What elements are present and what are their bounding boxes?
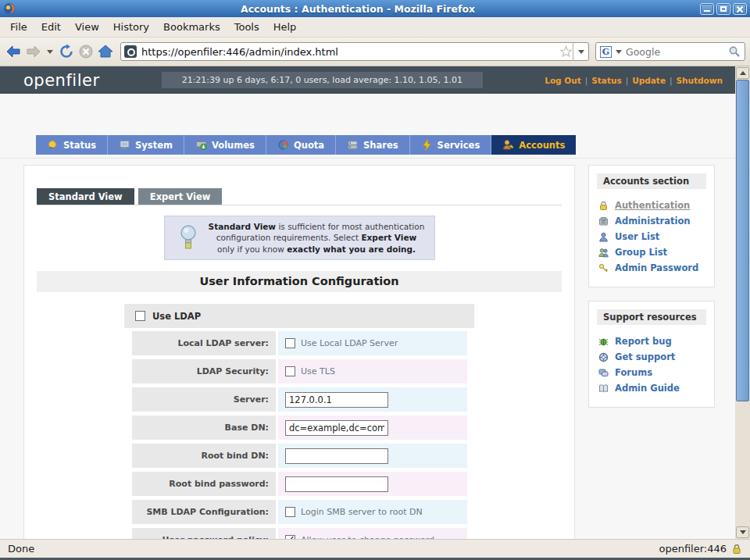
reload-button[interactable]: [58, 41, 75, 62]
home-button[interactable]: [97, 41, 114, 62]
sidebar: Accounts section Authentication: [588, 165, 715, 421]
sidebar-item-group-list[interactable]: Group List: [597, 244, 706, 260]
window-title: Accounts : Authentication - Mozilla Fire…: [16, 3, 700, 15]
menu-file[interactable]: File: [3, 19, 34, 35]
tab-quota[interactable]: Quota: [266, 135, 335, 155]
sidebar-item-administration[interactable]: Administration: [597, 213, 706, 229]
smb-login-checkbox[interactable]: [285, 507, 295, 517]
admin-guide-label: Admin Guide: [615, 383, 680, 394]
sidebar-item-admin-password[interactable]: Admin Password: [597, 260, 706, 276]
stop-button[interactable]: [78, 41, 94, 62]
sidebar-item-report-bug[interactable]: Report bug: [597, 334, 706, 349]
tab-volumes-label: Volumes: [212, 140, 255, 151]
tab-shares-label: Shares: [363, 140, 398, 151]
status-bar: Done openfiler:446: [0, 539, 750, 558]
site-header: openfiler 21:21:39 up 6 days, 6:17, 0 us…: [0, 66, 735, 94]
info-text: Standard View is sufficient for most aut…: [209, 221, 425, 255]
form-row-ldap-security: LDAP Security: Use TLS: [132, 359, 467, 383]
lightbulb-icon: [179, 223, 198, 253]
root-bind-dn-label: Root bind DN:: [132, 444, 276, 468]
tab-system[interactable]: System: [107, 135, 184, 155]
tab-status-label: Status: [63, 140, 96, 151]
use-local-ldap-checkbox[interactable]: [285, 338, 295, 348]
scrollbar-thumb[interactable]: [736, 80, 749, 401]
menu-tools[interactable]: Tools: [227, 19, 266, 35]
scroll-up-button[interactable]: [736, 67, 749, 79]
use-ldap-checkbox[interactable]: [135, 311, 145, 321]
use-ldap-row: Use LDAP: [124, 304, 474, 328]
maximize-button[interactable]: [716, 3, 730, 15]
close-button[interactable]: [733, 3, 747, 15]
lock-icon: [598, 201, 609, 211]
url-dropdown-button[interactable]: [573, 42, 588, 61]
site-favicon: [124, 45, 137, 58]
tab-shares[interactable]: Shares: [335, 135, 409, 155]
menu-bookmarks[interactable]: Bookmarks: [156, 19, 227, 35]
menu-history[interactable]: History: [106, 19, 156, 35]
root-bind-password-field[interactable]: [285, 476, 388, 492]
vertical-scrollbar[interactable]: [735, 66, 750, 539]
tab-standard-view[interactable]: Standard View: [37, 188, 134, 205]
form-row-smb-ldap: SMB LDAP Configuration: Login SMB server…: [132, 500, 467, 524]
search-engine-dropdown-icon[interactable]: [616, 50, 622, 54]
ldap-security-label: LDAP Security:: [132, 359, 276, 383]
tab-expert-view[interactable]: Expert View: [138, 188, 223, 205]
volumes-icon: [195, 139, 207, 151]
minimize-button[interactable]: [700, 3, 714, 15]
browser-viewport: openfiler 21:21:39 up 6 days, 6:17, 0 us…: [0, 66, 750, 539]
tab-accounts-label: Accounts: [519, 140, 565, 151]
url-bar[interactable]: [120, 42, 589, 61]
sidebar-item-forums[interactable]: Forums: [597, 365, 706, 380]
tab-services[interactable]: Services: [409, 135, 491, 155]
tab-services-label: Services: [438, 140, 480, 151]
sidebar-item-admin-guide[interactable]: Admin Guide: [597, 380, 706, 396]
bookmark-star-icon[interactable]: [559, 45, 573, 58]
search-bar[interactable]: G: [595, 42, 745, 61]
shutdown-link[interactable]: Shutdown: [677, 76, 723, 85]
forward-button[interactable]: [25, 41, 42, 62]
menu-view[interactable]: View: [68, 19, 106, 35]
sidebar-item-authentication[interactable]: Authentication: [597, 198, 706, 213]
firefox-window: Accounts : Authentication - Mozilla Fire…: [0, 0, 750, 560]
report-bug-label: Report bug: [615, 336, 672, 347]
security-lock-icon[interactable]: [731, 544, 742, 555]
shares-icon: [347, 139, 359, 151]
forums-label: Forums: [615, 367, 652, 378]
smb-ldap-label: SMB LDAP Configuration:: [132, 500, 276, 524]
tab-volumes[interactable]: Volumes: [184, 135, 266, 155]
ldap-form: Use LDAP Local LDAP server: Use Local LD…: [124, 304, 474, 539]
sidebar-item-user-list[interactable]: User List: [597, 229, 706, 244]
tab-accounts[interactable]: Accounts: [491, 135, 576, 155]
form-row-root-bind-dn: Root bind DN:: [132, 444, 467, 468]
logout-link[interactable]: Log Out: [545, 76, 581, 85]
menu-bar: File Edit View History Bookmarks Tools H…: [0, 17, 750, 37]
search-input[interactable]: [626, 46, 726, 58]
content-card: Standard View Expert View Standard View …: [23, 165, 575, 539]
support-resources-title: Support resources: [597, 309, 706, 325]
update-link[interactable]: Update: [632, 76, 666, 85]
root-bind-dn-field[interactable]: [285, 448, 388, 464]
services-icon: [421, 139, 433, 151]
uptime-status: 21:21:39 up 6 days, 6:17, 0 users, load …: [162, 72, 483, 88]
status-link[interactable]: Status: [591, 76, 621, 85]
use-tls-checkbox[interactable]: [285, 366, 295, 376]
search-magnifier-icon[interactable]: [728, 45, 741, 58]
url-input[interactable]: [141, 46, 559, 58]
server-field[interactable]: [285, 392, 388, 408]
group-list-label: Group List: [615, 247, 667, 258]
back-button[interactable]: [5, 41, 22, 62]
server-label: Server:: [132, 387, 276, 412]
page-body: Status System: [0, 94, 735, 539]
info-bold-standard: Standard View: [209, 222, 276, 231]
form-row-root-bind-password: Root bind password:: [132, 472, 467, 496]
menu-edit[interactable]: Edit: [34, 19, 68, 35]
sidebar-item-get-support[interactable]: Get support: [597, 349, 706, 365]
page-title: User Information Configuration: [37, 271, 562, 292]
group-icon: [598, 248, 609, 258]
scroll-down-button[interactable]: [736, 526, 749, 538]
history-dropdown-icon[interactable]: [47, 50, 53, 54]
system-icon: [119, 139, 130, 151]
base-dn-field[interactable]: [285, 420, 388, 436]
tab-status[interactable]: Status: [36, 135, 107, 155]
menu-help[interactable]: Help: [266, 19, 304, 35]
